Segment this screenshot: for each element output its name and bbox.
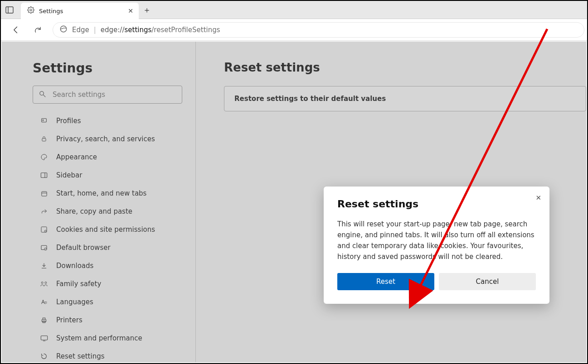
svg-point-6 <box>43 120 44 121</box>
sidebar-item-label: Share, copy and paste <box>56 207 132 216</box>
svg-rect-8 <box>41 173 47 178</box>
page-title: Reset settings <box>224 61 586 74</box>
sidebar-item-cookie[interactable]: Cookies and site permissions <box>33 220 182 239</box>
language-icon: 字 <box>40 299 48 306</box>
sidebar-item-label: Start, home, and new tabs <box>56 189 146 197</box>
sidebar-item-label: Appearance <box>56 153 97 161</box>
toolbar: Edge | edge://settings/resetProfileSetti… <box>1 19 587 41</box>
browser-tab[interactable]: Settings ✕ <box>21 3 139 19</box>
sidebar-item-download[interactable]: Downloads <box>33 257 182 275</box>
palette-icon <box>40 153 48 161</box>
sidebar-item-system[interactable]: System and performance <box>33 329 182 347</box>
svg-point-16 <box>41 282 43 284</box>
profile-icon <box>40 117 48 125</box>
dialog-title: Reset settings <box>337 198 536 210</box>
dialog-close-button[interactable]: ✕ <box>535 194 541 202</box>
download-icon <box>40 262 48 269</box>
gear-icon <box>27 6 34 15</box>
sidebar-item-family[interactable]: Family safety <box>33 275 182 293</box>
system-icon <box>40 335 48 341</box>
cookie-icon <box>40 226 48 233</box>
settings-sidebar: Settings ProfilesPrivacy, search, and se… <box>2 42 196 362</box>
sidebar-item-label: Default browser <box>56 244 111 252</box>
sidebar-item-share[interactable]: Share, copy and paste <box>33 202 182 220</box>
sidebar-item-language[interactable]: 字Languages <box>33 293 182 311</box>
sidebar-item-label: Sidebar <box>56 171 82 179</box>
sidebar-item-label: Reset settings <box>56 352 105 360</box>
sidebar-item-label: Printers <box>56 316 83 324</box>
svg-rect-19 <box>42 319 46 321</box>
edge-logo-icon <box>59 25 68 35</box>
address-source-label: Edge <box>72 26 89 34</box>
sidebar-item-label: Privacy, search, and services <box>56 135 155 143</box>
sidebar-item-label: Family safety <box>56 280 101 288</box>
sidebar-item-sidebar[interactable]: Sidebar <box>33 166 182 184</box>
sidebar-item-label: Languages <box>56 298 93 306</box>
sidebar-item-reset[interactable]: Reset settings <box>33 347 182 364</box>
reset-settings-dialog: ✕ Reset settings This will reset your st… <box>324 187 549 304</box>
sidebar-item-label: Downloads <box>56 262 93 270</box>
calendar-icon <box>40 190 48 197</box>
sidebar-item-calendar[interactable]: Start, home, and new tabs <box>33 184 182 202</box>
sidebar-item-profile[interactable]: Profiles <box>33 112 182 130</box>
svg-rect-22 <box>41 336 47 340</box>
svg-point-13 <box>44 230 46 232</box>
family-icon <box>40 281 48 287</box>
reset-button[interactable]: Reset <box>337 273 434 290</box>
refresh-button[interactable] <box>31 23 44 37</box>
svg-rect-7 <box>42 139 46 141</box>
tab-title: Settings <box>39 8 123 14</box>
restore-defaults-label: Restore settings to their default values <box>234 95 386 103</box>
svg-line-4 <box>44 95 45 96</box>
svg-rect-12 <box>41 227 47 232</box>
search-icon <box>39 90 46 100</box>
svg-rect-20 <box>43 318 45 319</box>
reset-icon <box>40 353 48 360</box>
lock-icon <box>40 135 48 143</box>
sidebar-icon <box>40 172 48 178</box>
default-browser-icon <box>40 244 48 251</box>
search-settings[interactable] <box>33 86 182 104</box>
svg-point-17 <box>45 282 47 284</box>
sidebar-item-palette[interactable]: Appearance <box>33 148 182 166</box>
sidebar-item-default-browser[interactable]: Default browser <box>33 239 182 257</box>
sidebar-nav: ProfilesPrivacy, search, and servicesApp… <box>33 112 182 364</box>
close-tab-button[interactable]: ✕ <box>128 7 133 14</box>
svg-rect-0 <box>6 7 13 13</box>
back-button[interactable] <box>9 23 23 37</box>
tab-actions-button[interactable] <box>1 1 17 19</box>
new-tab-button[interactable]: ＋ <box>139 1 155 19</box>
sidebar-item-lock[interactable]: Privacy, search, and services <box>33 130 182 148</box>
share-icon <box>40 208 48 215</box>
sidebar-item-label: System and performance <box>56 334 142 342</box>
search-input[interactable] <box>53 91 176 99</box>
sidebar-item-label: Profiles <box>56 117 81 125</box>
restore-defaults-card[interactable]: Restore settings to their default values <box>224 86 586 111</box>
address-bar[interactable]: Edge | edge://settings/resetProfileSetti… <box>53 22 584 38</box>
dialog-body: This will reset your start-up page, new … <box>337 219 536 262</box>
sidebar-heading: Settings <box>33 61 182 76</box>
titlebar: Settings ✕ ＋ <box>1 1 587 19</box>
svg-point-3 <box>40 91 44 95</box>
svg-rect-10 <box>41 192 46 196</box>
cancel-button[interactable]: Cancel <box>439 273 536 290</box>
printer-icon <box>40 317 48 324</box>
svg-text:字: 字 <box>44 301 47 304</box>
sidebar-item-printer[interactable]: Printers <box>33 311 182 329</box>
sidebar-item-label: Cookies and site permissions <box>56 225 155 234</box>
